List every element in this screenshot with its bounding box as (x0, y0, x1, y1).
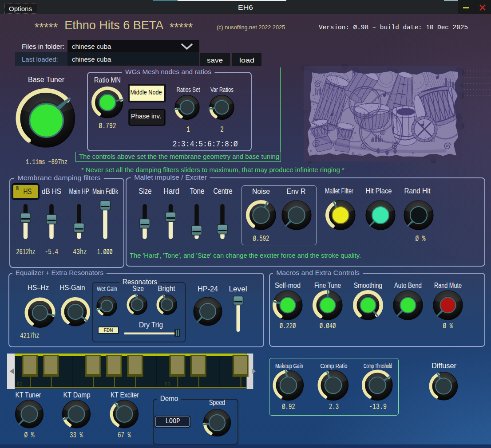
svg-text:C2: C2 (17, 381, 23, 387)
svg-text:C3: C3 (165, 381, 170, 387)
